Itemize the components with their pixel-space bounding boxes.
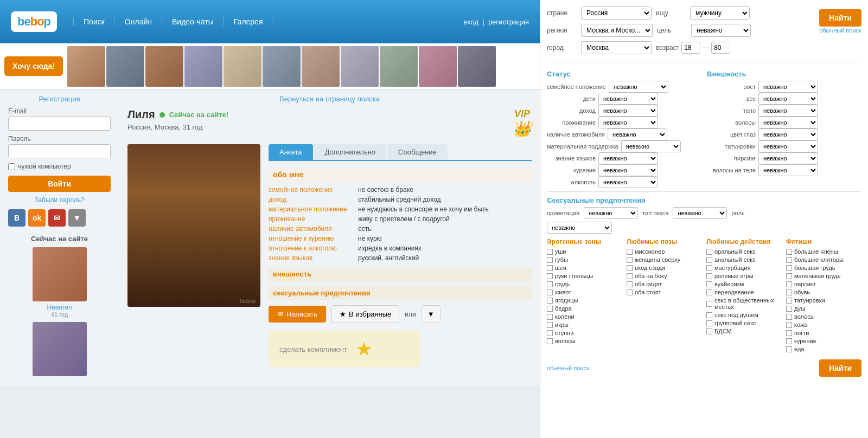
actions-cb-5[interactable] — [706, 289, 712, 295]
strip-photo-2[interactable] — [106, 46, 144, 87]
erogenous-cb-2[interactable] — [547, 265, 553, 271]
fetish-cb-9[interactable] — [786, 322, 792, 328]
vk-icon[interactable]: В — [8, 209, 25, 227]
fetish-cb-4[interactable] — [786, 281, 792, 287]
poses-cb-1[interactable] — [627, 257, 633, 263]
sexual-heading[interactable]: сексуальные предпочтения — [269, 286, 532, 300]
ves-select[interactable]: неважно — [758, 93, 818, 105]
online-user-1-photo[interactable] — [33, 247, 87, 301]
want-here-button[interactable]: Хочу сюда! — [4, 56, 63, 76]
tatu-select[interactable]: неважно — [758, 140, 818, 152]
strip-photo-4[interactable] — [184, 46, 222, 87]
actions-cb-6[interactable] — [706, 301, 712, 307]
semeinoe-select[interactable]: неважно — [609, 81, 668, 93]
strip-photo-6[interactable] — [263, 46, 301, 87]
age-from-input[interactable] — [681, 42, 700, 54]
fetish-cb-6[interactable] — [786, 298, 792, 304]
actions-cb-3[interactable] — [706, 273, 712, 279]
actions-cb-4[interactable] — [706, 281, 712, 287]
erogenous-cb-7[interactable] — [547, 306, 553, 312]
fetish-cb-10[interactable] — [786, 330, 792, 336]
strip-photo-9[interactable] — [380, 46, 418, 87]
fetish-cb-2[interactable] — [786, 265, 792, 271]
avto-select[interactable]: неважно — [608, 128, 667, 140]
appearance-heading[interactable]: внешность — [269, 267, 532, 281]
actions-cb-0[interactable] — [706, 249, 712, 255]
login-link[interactable]: вход — [463, 18, 478, 26]
online-user-2-photo[interactable] — [33, 322, 87, 376]
strip-photo-7[interactable] — [302, 46, 340, 87]
tip-seksa-select[interactable]: неважно — [673, 207, 727, 219]
pirsing-select[interactable]: неважно — [758, 152, 818, 164]
fetish-cb-1[interactable] — [786, 257, 792, 263]
deti-select[interactable]: неважно — [598, 93, 658, 105]
kurenie-select[interactable]: неважно — [598, 164, 658, 176]
erogenous-cb-8[interactable] — [547, 314, 553, 320]
poses-cb-3[interactable] — [627, 273, 633, 279]
online-user-1-name[interactable]: Неангел — [8, 304, 111, 311]
volosy-select[interactable]: неважно — [758, 117, 818, 128]
simple-search-link[interactable]: обычный поиск — [819, 27, 861, 34]
profile-photo[interactable]: bebop — [127, 144, 260, 307]
strip-photo-10[interactable] — [419, 46, 457, 87]
actions-cb-7[interactable] — [706, 312, 712, 318]
back-link[interactable]: Вернуться на страницу поиска — [127, 95, 532, 103]
poses-cb-2[interactable] — [627, 265, 633, 271]
fetish-cb-3[interactable] — [786, 273, 792, 279]
strip-photo-3[interactable] — [145, 46, 183, 87]
prozhivanie-select[interactable]: неважно — [598, 117, 658, 128]
tsel-select[interactable]: неважно — [691, 24, 751, 37]
fetish-cb-7[interactable] — [786, 306, 792, 312]
tab-message[interactable]: Сообщение — [387, 144, 448, 160]
dohod-select[interactable]: неважно — [598, 105, 658, 117]
forgot-password-link[interactable]: Забыли пароль? — [8, 196, 111, 204]
region-select[interactable]: Москва и Моско... — [581, 24, 653, 37]
erogenous-cb-6[interactable] — [547, 298, 553, 304]
fav-button[interactable]: ★ В избранные — [331, 305, 399, 323]
volosy-tele-select[interactable]: неважно — [758, 164, 818, 176]
fetish-cb-5[interactable] — [786, 289, 792, 295]
mail-icon[interactable]: ✉ — [48, 209, 66, 227]
fetish-cb-12[interactable] — [786, 346, 792, 352]
fetish-cb-8[interactable] — [786, 314, 792, 320]
alkohol-select[interactable]: неважно — [598, 176, 658, 188]
compliment-text[interactable]: сделать комплимент — [279, 345, 347, 353]
find-button[interactable]: Найти — [819, 9, 861, 27]
gorod-select[interactable]: Москва — [581, 41, 652, 54]
actions-cb-8[interactable] — [706, 320, 712, 326]
strip-photo-8[interactable] — [341, 46, 379, 87]
strip-photo-5[interactable] — [224, 46, 261, 87]
material-select[interactable]: неважно — [621, 140, 681, 152]
telo-select[interactable]: неважно — [758, 105, 818, 117]
more-button[interactable]: ▼ — [422, 305, 441, 323]
erogenous-cb-5[interactable] — [547, 289, 553, 295]
actions-cb-2[interactable] — [706, 265, 712, 271]
fetish-cb-11[interactable] — [786, 338, 792, 344]
erogenous-cb-4[interactable] — [547, 281, 553, 287]
write-button[interactable]: ✉ Написать — [269, 306, 326, 323]
yazyki-select[interactable]: неважно — [598, 152, 658, 164]
actions-cb-1[interactable] — [706, 257, 712, 263]
ok-icon[interactable]: ok — [28, 209, 46, 227]
rol-select[interactable]: неважно — [547, 222, 612, 234]
age-to-input[interactable] — [711, 42, 730, 54]
more-icon[interactable]: ▼ — [68, 209, 86, 227]
logo[interactable]: bebop — [11, 11, 57, 32]
tab-additional[interactable]: Дополнительно — [314, 144, 387, 160]
nav-video[interactable]: Видео-чаты — [162, 17, 224, 26]
nav-online[interactable]: Онлайн — [115, 17, 162, 26]
strip-photo-1[interactable] — [67, 46, 105, 87]
nav-search[interactable]: Поиск — [73, 17, 115, 26]
nav-gallery[interactable]: Галерея — [224, 17, 273, 26]
erogenous-cb-9[interactable] — [547, 322, 553, 328]
strip-photo-11[interactable] — [458, 46, 496, 87]
login-button[interactable]: Войти — [8, 176, 111, 192]
actions-cb-9[interactable] — [706, 328, 712, 334]
strana-select[interactable]: Россия — [581, 7, 652, 20]
bottom-simple-link[interactable]: обычный поиск — [547, 365, 589, 371]
rost-select[interactable]: неважно — [758, 81, 818, 93]
erogenous-cb-3[interactable] — [547, 273, 553, 279]
orient-select[interactable]: неважно — [584, 207, 638, 219]
erogenous-cb-11[interactable] — [547, 338, 553, 344]
foreign-computer-checkbox[interactable] — [8, 163, 15, 170]
